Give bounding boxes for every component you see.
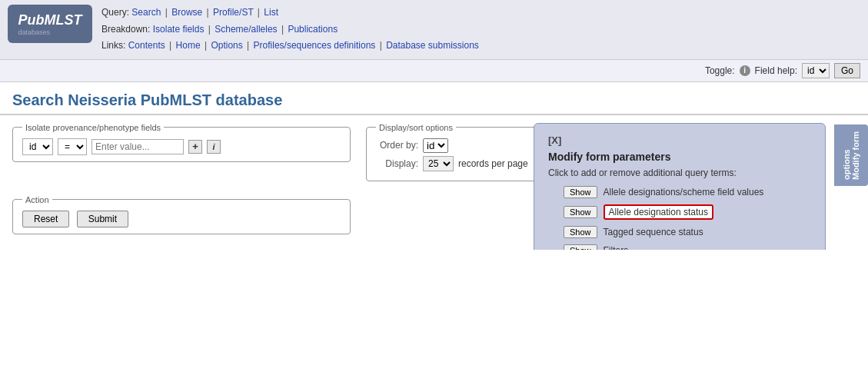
link-profiles[interactable]: Profiles/sequences definitions xyxy=(254,40,376,51)
field-select[interactable]: id xyxy=(22,138,53,155)
filter-info-icon[interactable]: i xyxy=(207,140,221,154)
link-db-submissions[interactable]: Database submissions xyxy=(386,40,479,51)
page-title: Search Neisseria PubMLST database xyxy=(0,82,868,115)
popup-close-button[interactable]: [X] xyxy=(548,134,561,146)
records-per-page-select[interactable]: 25 xyxy=(423,156,454,171)
toggle-bar: Toggle: i Field help: id Go xyxy=(0,60,868,82)
toggle-info-icon[interactable]: i xyxy=(740,65,750,76)
display-label: Display: xyxy=(376,158,418,169)
popup-title: Modify form parameters xyxy=(548,151,811,163)
logo-sub: databases xyxy=(18,28,82,36)
show-item-button-0[interactable]: Show xyxy=(564,186,597,198)
logo-text: PubMLST xyxy=(18,12,82,28)
link-home[interactable]: Home xyxy=(176,40,201,51)
popup-item-label-3: Filters xyxy=(604,245,629,250)
operator-select[interactable]: = xyxy=(58,138,87,155)
toggle-label: Toggle: xyxy=(705,65,735,76)
action-fieldset: Action Reset Submit xyxy=(12,195,351,234)
popup-list-item: ShowAllele designation status xyxy=(564,204,811,220)
breakdown-label: Breakdown: xyxy=(101,24,150,35)
filter-row: id = + i xyxy=(22,138,341,155)
header-links: Query: Search | Browse | Profile/ST | Li… xyxy=(101,5,860,55)
link-publications[interactable]: Publications xyxy=(288,24,338,35)
popup-item-label-0: Allele designations/scheme field values xyxy=(604,187,764,197)
order-by-select[interactable]: id xyxy=(423,138,448,153)
header: PubMLST databases Query: Search | Browse… xyxy=(0,0,868,60)
link-options[interactable]: Options xyxy=(211,40,242,51)
records-per-page-label: records per page xyxy=(458,158,528,169)
display-sort-legend: Display/sort options xyxy=(376,123,456,132)
highlighted-item-label: Allele designation status xyxy=(604,204,713,220)
field-help-select[interactable]: id xyxy=(802,63,830,78)
go-button[interactable]: Go xyxy=(834,63,860,78)
popup-list: ShowAllele designations/scheme field val… xyxy=(548,186,811,250)
links-row: Links: Contents | Home | Options | Profi… xyxy=(101,38,860,55)
breakdown-row: Breakdown: Isolate fields | Scheme/allel… xyxy=(101,22,860,38)
link-search[interactable]: Search xyxy=(131,7,161,18)
modify-form-options-button[interactable]: Modify form options xyxy=(834,124,868,186)
order-by-label: Order by: xyxy=(376,140,418,151)
main-content: Isolate provenance/phenotype fields id =… xyxy=(0,115,868,250)
link-isolate-fields[interactable]: Isolate fields xyxy=(153,24,205,35)
submit-button[interactable]: Submit xyxy=(77,211,128,227)
link-scheme-alleles[interactable]: Scheme/alleles xyxy=(215,24,277,35)
query-row: Query: Search | Browse | Profile/ST | Li… xyxy=(101,5,860,22)
popup-description: Click to add or remove additional query … xyxy=(548,168,811,178)
modify-popup: [X] Modify form parameters Click to add … xyxy=(534,123,826,250)
popup-list-item: ShowTagged sequence status xyxy=(564,226,811,238)
action-buttons: Reset Submit xyxy=(22,211,341,227)
add-filter-button[interactable]: + xyxy=(188,140,202,154)
popup-list-item: ShowFilters xyxy=(564,244,811,250)
link-profile-st[interactable]: Profile/ST xyxy=(213,7,253,18)
popup-list-item: ShowAllele designations/scheme field val… xyxy=(564,186,811,198)
isolate-fieldset: Isolate provenance/phenotype fields id =… xyxy=(12,123,351,162)
logo: PubMLST databases xyxy=(8,5,92,43)
popup-item-label-2: Tagged sequence status xyxy=(604,227,703,237)
links-label: Links: xyxy=(101,40,125,51)
link-browse[interactable]: Browse xyxy=(171,7,202,18)
value-input[interactable] xyxy=(91,139,184,154)
isolate-legend: Isolate provenance/phenotype fields xyxy=(22,123,164,132)
show-item-button-3[interactable]: Show xyxy=(564,244,597,250)
link-contents[interactable]: Contents xyxy=(128,40,165,51)
field-help-label: Field help: xyxy=(755,65,797,76)
reset-button[interactable]: Reset xyxy=(22,211,69,227)
action-legend: Action xyxy=(22,195,52,204)
show-item-button-1[interactable]: Show xyxy=(564,206,597,218)
query-label: Query: xyxy=(101,7,129,18)
show-item-button-2[interactable]: Show xyxy=(564,226,597,238)
link-list[interactable]: List xyxy=(264,7,278,18)
